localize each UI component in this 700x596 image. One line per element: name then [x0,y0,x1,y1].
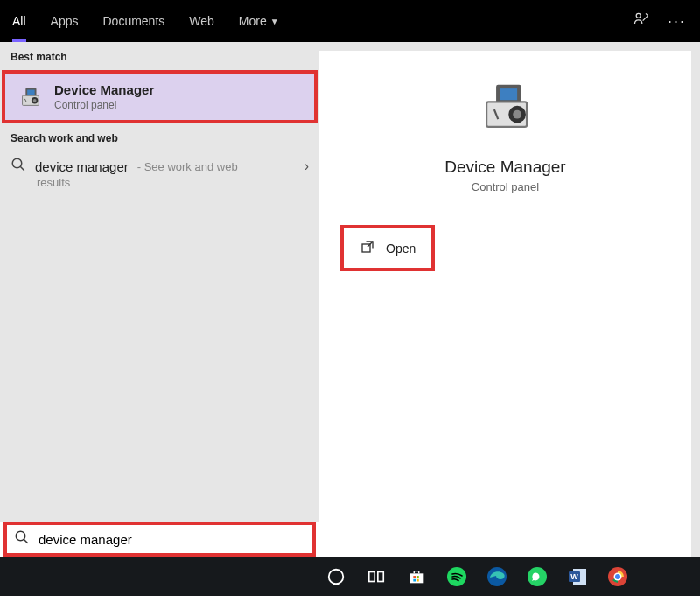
tab-strip: All Apps Documents Web More▼ [0,0,291,42]
search-top-tabs: All Apps Documents Web More▼ ··· [0,0,700,42]
microsoft-store-icon[interactable] [404,564,429,589]
svg-point-5 [33,98,37,102]
tab-more[interactable]: More▼ [227,0,291,42]
open-label: Open [386,242,416,256]
edge-icon[interactable] [485,564,509,589]
preview-title: Device Manager [340,158,670,177]
results-column: Best match Device Manager Control panel … [0,42,319,557]
svg-rect-18 [413,576,416,578]
task-view-icon[interactable] [364,564,388,589]
topbar-right: ··· [633,11,686,32]
cortana-icon[interactable] [324,564,348,589]
search-icon [10,157,26,176]
svg-rect-21 [416,578,419,581]
feedback-icon[interactable] [633,11,650,32]
svg-rect-16 [378,571,383,581]
search-box[interactable] [4,522,316,557]
search-input[interactable] [38,532,305,547]
result-title: Device Manager [54,82,154,97]
svg-rect-2 [27,89,34,95]
svg-text:W: W [570,572,578,581]
svg-rect-15 [369,571,374,581]
svg-point-11 [513,110,522,119]
tab-documents[interactable]: Documents [90,0,177,42]
device-manager-icon [475,77,536,142]
open-button[interactable]: Open [340,225,435,271]
svg-rect-19 [416,576,419,578]
web-query: device manager [35,159,129,174]
whatsapp-icon[interactable] [525,564,550,589]
svg-point-6 [12,158,22,168]
svg-point-13 [16,531,25,541]
web-search-result[interactable]: device manager - See work and web › resu… [0,151,319,198]
tab-web[interactable]: Web [177,0,227,42]
tab-all[interactable]: All [0,0,38,42]
work-and-web-header: Search work and web [0,123,319,151]
svg-point-14 [329,569,344,584]
web-hint: - See work and web [137,160,238,173]
preview-subtitle: Control panel [340,180,670,193]
device-manager-icon [16,83,44,111]
open-icon [360,239,375,257]
tab-apps[interactable]: Apps [38,0,91,42]
best-match-header: Best match [0,42,319,70]
chrome-icon[interactable] [606,564,630,589]
svg-rect-20 [413,578,416,581]
taskbar: W [0,557,700,596]
more-options-icon[interactable]: ··· [668,12,686,31]
word-icon[interactable]: W [565,564,590,589]
best-match-result[interactable]: Device Manager Control panel [2,70,318,123]
svg-point-0 [636,13,640,18]
svg-rect-8 [500,88,517,100]
chevron-right-icon[interactable]: › [304,158,309,174]
result-subtitle: Control panel [54,99,154,111]
web-hint-sub: results [37,176,309,189]
preview-pane: Device Manager Control panel Open [319,51,691,557]
search-icon [14,529,30,549]
spotify-icon[interactable] [444,564,469,589]
chevron-down-icon: ▼ [270,17,279,26]
svg-point-30 [615,574,620,579]
